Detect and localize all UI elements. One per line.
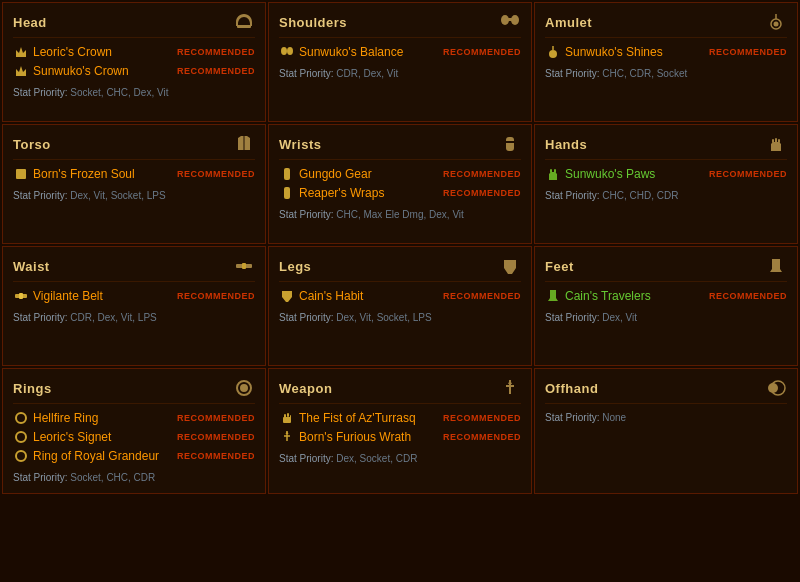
recommended-badge-amulet-0: RECOMMENDED (709, 47, 787, 57)
stat-priority-head: Stat Priority: Socket, CHC, Dex, Vit (13, 87, 255, 98)
item-row-shoulders-0: Sunwuko's BalanceRECOMMENDED (279, 44, 521, 60)
offhand-icon (765, 377, 787, 399)
item-name-weapon-0[interactable]: The Fist of Az'Turrasq (299, 411, 416, 425)
belt-icon (233, 255, 255, 277)
slot-title-torso: Torso (13, 137, 51, 152)
item-name-head-0[interactable]: Leoric's Crown (33, 45, 112, 59)
item-icon-weapon-0 (279, 410, 295, 426)
item-row-waist-0: Vigilante BeltRECOMMENDED (13, 288, 255, 304)
stat-priority-label: Stat Priority: (13, 312, 67, 323)
slot-header-legs: Legs (279, 255, 521, 282)
item-icon-rings-0 (13, 410, 29, 426)
item-row-rings-1: Leoric's SignetRECOMMENDED (13, 429, 255, 445)
item-row-rings-2: Ring of Royal GrandeurRECOMMENDED (13, 448, 255, 464)
item-name-feet-0[interactable]: Cain's Travelers (565, 289, 651, 303)
item-name-head-1[interactable]: Sunwuko's Crown (33, 64, 129, 78)
item-name-wrap-wrists-0: Gungdo Gear (279, 166, 372, 182)
svg-rect-16 (505, 141, 515, 143)
stat-priority-shoulders: Stat Priority: CDR, Dex, Vit (279, 68, 521, 79)
pants-icon (499, 255, 521, 277)
svg-point-7 (287, 47, 293, 55)
svg-marker-35 (508, 380, 512, 384)
item-icon-amulet-0 (545, 44, 561, 60)
svg-marker-2 (16, 66, 26, 76)
item-icon-feet-0 (545, 288, 561, 304)
stat-priority-rings: Stat Priority: Socket, CHC, CDR (13, 472, 255, 483)
svg-rect-23 (554, 169, 556, 173)
slot-card-rings: RingsHellfire RingRECOMMENDEDLeoric's Si… (2, 368, 266, 494)
stat-priority-label: Stat Priority: (279, 68, 333, 79)
item-name-legs-0[interactable]: Cain's Habit (299, 289, 363, 303)
item-name-wrists-0[interactable]: Gungdo Gear (299, 167, 372, 181)
item-name-shoulders-0[interactable]: Sunwuko's Balance (299, 45, 403, 59)
slot-header-weapon: Weapon (279, 377, 521, 404)
slot-header-head: Head (13, 11, 255, 38)
recommended-badge-rings-1: RECOMMENDED (177, 432, 255, 442)
weapon-icon (499, 377, 521, 399)
item-row-wrists-0: Gungdo GearRECOMMENDED (279, 166, 521, 182)
slot-header-shoulders: Shoulders (279, 11, 521, 38)
item-icon-head-0 (13, 44, 29, 60)
item-name-hands-0[interactable]: Sunwuko's Paws (565, 167, 655, 181)
svg-point-29 (241, 385, 247, 391)
item-name-rings-1[interactable]: Leoric's Signet (33, 430, 111, 444)
item-name-waist-0[interactable]: Vigilante Belt (33, 289, 103, 303)
item-row-head-0: Leoric's CrownRECOMMENDED (13, 44, 255, 60)
recommended-badge-weapon-1: RECOMMENDED (443, 432, 521, 442)
shoulders-icon (499, 11, 521, 33)
item-icon-hands-0 (545, 166, 561, 182)
stat-priority-label: Stat Priority: (545, 312, 599, 323)
helmet-icon (233, 11, 255, 33)
slot-card-waist: WaistVigilante BeltRECOMMENDEDStat Prior… (2, 246, 266, 366)
recommended-badge-wrists-0: RECOMMENDED (443, 169, 521, 179)
stat-priority-weapon: Stat Priority: Dex, Socket, CDR (279, 453, 521, 464)
svg-rect-27 (19, 293, 23, 299)
item-name-wrap-rings-0: Hellfire Ring (13, 410, 98, 426)
slot-title-shoulders: Shoulders (279, 15, 347, 30)
slot-title-hands: Hands (545, 137, 587, 152)
slot-card-wrists: WristsGungdo GearRECOMMENDEDReaper's Wra… (268, 124, 532, 244)
item-name-wrap-weapon-1: Born's Furious Wrath (279, 429, 411, 445)
svg-rect-39 (290, 415, 291, 418)
slot-card-offhand: OffhandStat Priority: None (534, 368, 798, 494)
svg-rect-20 (775, 138, 777, 143)
item-name-wrap-head-1: Sunwuko's Crown (13, 63, 129, 79)
slot-header-rings: Rings (13, 377, 255, 404)
item-name-rings-0[interactable]: Hellfire Ring (33, 411, 98, 425)
item-name-torso-0[interactable]: Born's Frozen Soul (33, 167, 135, 181)
slot-title-amulet: Amulet (545, 15, 592, 30)
item-name-wrap-feet-0: Cain's Travelers (545, 288, 651, 304)
svg-point-6 (281, 47, 287, 55)
slot-title-weapon: Weapon (279, 381, 332, 396)
stat-priority-waist: Stat Priority: CDR, Dex, Vit, LPS (13, 312, 255, 323)
item-name-wrists-1[interactable]: Reaper's Wraps (299, 186, 384, 200)
item-row-weapon-1: Born's Furious WrathRECOMMENDED (279, 429, 521, 445)
ring-icon (233, 377, 255, 399)
stat-priority-label: Stat Priority: (13, 87, 67, 98)
stat-priority-legs: Stat Priority: Dex, Vit, Socket, LPS (279, 312, 521, 323)
stat-priority-offhand: Stat Priority: None (545, 412, 787, 423)
slot-header-offhand: Offhand (545, 377, 787, 404)
slot-card-head: HeadLeoric's CrownRECOMMENDEDSunwuko's C… (2, 2, 266, 122)
boots-icon (765, 255, 787, 277)
stat-priority-label: Stat Priority: (279, 312, 333, 323)
stat-priority-hands: Stat Priority: CHC, CHD, CDR (545, 190, 787, 201)
slot-title-wrists: Wrists (279, 137, 322, 152)
slot-title-rings: Rings (13, 381, 52, 396)
item-name-rings-2[interactable]: Ring of Royal Grandeur (33, 449, 159, 463)
item-icon-legs-0 (279, 288, 295, 304)
stat-priority-torso: Stat Priority: Dex, Vit, Socket, LPS (13, 190, 255, 201)
item-row-weapon-0: The Fist of Az'TurrasqRECOMMENDED (279, 410, 521, 426)
svg-rect-38 (287, 413, 289, 417)
stat-priority-label: Stat Priority: (545, 412, 599, 423)
recommended-badge-torso-0: RECOMMENDED (177, 169, 255, 179)
slot-header-wrists: Wrists (279, 133, 521, 160)
item-name-wrap-amulet-0: Sunwuko's Shines (545, 44, 663, 60)
svg-rect-37 (284, 414, 286, 418)
item-name-amulet-0[interactable]: Sunwuko's Shines (565, 45, 663, 59)
slot-header-feet: Feet (545, 255, 787, 282)
slot-title-feet: Feet (545, 259, 574, 274)
slot-card-amulet: AmuletSunwuko's ShinesRECOMMENDEDStat Pr… (534, 2, 798, 122)
item-name-weapon-1[interactable]: Born's Furious Wrath (299, 430, 411, 444)
svg-marker-42 (286, 431, 289, 434)
